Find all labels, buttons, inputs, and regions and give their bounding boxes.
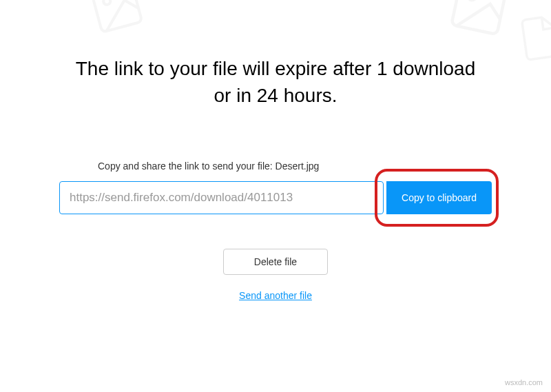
watermark-text: wsxdn.com — [505, 378, 543, 386]
copy-to-clipboard-button[interactable]: Copy to clipboard — [386, 181, 492, 214]
main-container: The link to your file will expire after … — [0, 0, 551, 392]
expiry-heading: The link to your file will expire after … — [69, 55, 482, 109]
share-link-input[interactable] — [59, 181, 384, 214]
link-row: Copy to clipboard — [59, 181, 492, 214]
copy-instruction: Copy and share the link to send your fil… — [98, 161, 319, 172]
send-another-file-link[interactable]: Send another file — [239, 290, 312, 301]
delete-file-button[interactable]: Delete file — [223, 249, 328, 275]
